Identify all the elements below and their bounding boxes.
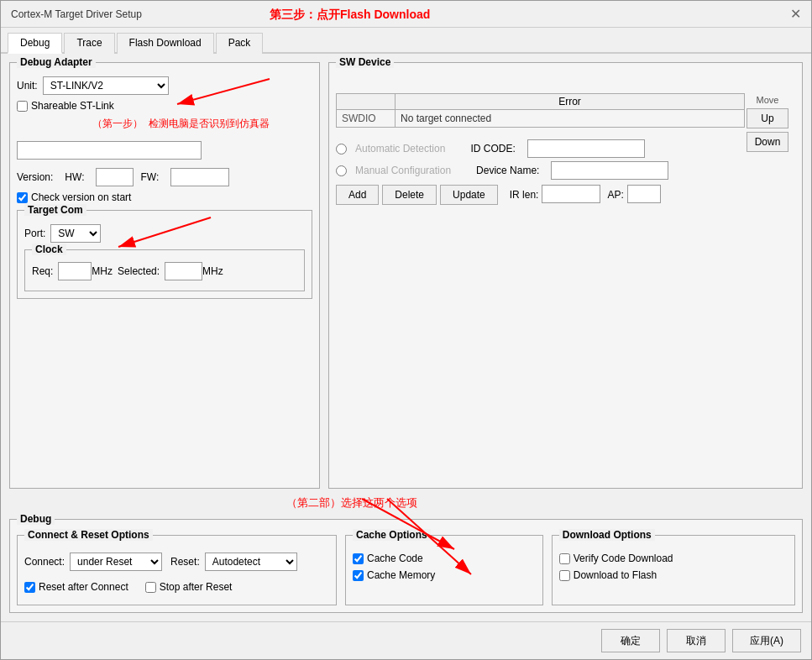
target-com-title: Target Com <box>24 204 86 216</box>
target-com-box: Target Com Port: SW JTAG Clock Req: <box>17 210 312 299</box>
cache-options-title: Cache Options <box>353 529 431 541</box>
cache-memory-label: Cache Memory <box>367 569 435 581</box>
req-input[interactable]: 10 <box>58 262 92 280</box>
connect-reset-group: Connect & Reset Options Connect: under R… <box>17 535 337 605</box>
detection-row: Automatic Detection ID CODE: <box>336 139 795 158</box>
unit-select[interactable]: ST-LINK/V2 <box>43 76 169 95</box>
selected-label: Selected: <box>118 265 160 277</box>
stop-after-label: Stop after Reset <box>160 581 233 593</box>
annotation-step1-container: （第一步） 检测电脑是否识别到仿真器 <box>17 117 312 131</box>
check-version-checkbox[interactable] <box>17 192 28 203</box>
mhz-label2: MHz <box>202 265 223 277</box>
add-button[interactable]: Add <box>336 185 379 205</box>
verify-checkbox[interactable] <box>559 553 570 564</box>
auto-detection-label: Automatic Detection <box>355 143 445 155</box>
port-row: Port: SW JTAG <box>24 224 305 243</box>
hw-value-input[interactable]: V2 <box>96 168 134 186</box>
auto-detection-radio[interactable] <box>336 144 347 155</box>
annotation-detect-text: 检测电脑是否识别到仿真器 <box>149 118 270 129</box>
fw-value-input[interactable]: V2J35S7 <box>170 168 229 186</box>
swdio-header <box>337 94 396 110</box>
reset-after-checkbox[interactable] <box>24 582 35 593</box>
sw-device-table: Error SWDIO No target connected <box>336 93 745 128</box>
reset-label: Reset: <box>170 556 200 568</box>
ap-label: AP: <box>607 185 623 205</box>
close-button[interactable]: ✕ <box>790 6 801 22</box>
bottom-title: Debug <box>17 513 55 525</box>
apply-button[interactable]: 应用(A) <box>732 629 801 652</box>
sw-table-row: Error SWDIO No target connected <box>336 81 795 133</box>
shareable-label: Shareable ST-Link <box>31 100 114 112</box>
move-label: Move <box>747 95 788 105</box>
annotation-step3: 第三步：点开Flash Download <box>270 8 430 23</box>
sw-device-inner: Error SWDIO No target connected <box>336 81 795 205</box>
tab-debug[interactable]: Debug <box>8 33 62 54</box>
cache-code-row: Cache Code <box>353 553 536 564</box>
window: Cortex-M Target Driver Setup 第三步：点开Flash… <box>0 0 812 660</box>
download-flash-checkbox[interactable] <box>559 570 570 581</box>
tab-flash-download[interactable]: Flash Download <box>117 33 214 54</box>
req-label: Req: <box>32 265 53 277</box>
clock-title: Clock <box>32 244 66 255</box>
download-flash-label: Download to Flash <box>574 569 657 581</box>
sw-table-container: Error SWDIO No target connected <box>336 81 745 133</box>
swdio-cell: SWDIO <box>337 110 396 128</box>
annotation-step1-text: （第一步） <box>92 118 143 129</box>
tab-bar: Debug Trace Flash Download Pack <box>1 28 811 54</box>
ap-input[interactable]: 0 <box>627 185 661 203</box>
main-content: Debug Adapter Unit: ST-LINK/V2 Shareable… <box>1 54 811 621</box>
move-buttons: Move Up Down <box>747 95 788 152</box>
annotation-step2-container: （第二部）选择这两个选项 <box>9 495 803 512</box>
footer: 确定 取消 应用(A) <box>1 621 811 659</box>
debug-adapter-title: Debug Adapter <box>17 56 96 68</box>
reset-after-label: Reset after Connect <box>39 581 128 593</box>
tab-trace[interactable]: Trace <box>64 33 114 54</box>
annotation-step2-text: （第二部）选择这两个选项 <box>286 495 417 511</box>
reset-checkboxes: Reset after Connect Stop after Reset <box>24 576 329 598</box>
update-button[interactable]: Update <box>440 185 498 205</box>
serial-row: 38FF700634463930029082157 <box>17 138 312 163</box>
selected-input[interactable]: 0 <box>165 262 202 280</box>
id-code-input[interactable] <box>527 139 645 158</box>
reset-select[interactable]: Autodetect SYSRESETREQ VECTRESET <box>205 553 297 571</box>
bottom-inner: Connect & Reset Options Connect: under R… <box>17 535 795 605</box>
error-header: Error <box>396 94 745 110</box>
mhz-label1: MHz <box>92 265 113 277</box>
verify-row: Verify Code Download <box>559 553 788 564</box>
up-button[interactable]: Up <box>747 108 788 128</box>
unit-label: Unit: <box>17 80 38 92</box>
ir-len-input[interactable] <box>542 185 600 203</box>
cache-code-label: Cache Code <box>367 553 423 564</box>
manual-config-radio[interactable] <box>336 165 347 176</box>
down-button[interactable]: Down <box>747 132 788 152</box>
sw-table-row-data: SWDIO No target connected <box>337 110 745 128</box>
verify-label: Verify Code Download <box>574 553 673 564</box>
ok-button[interactable]: 确定 <box>601 629 660 652</box>
check-version-row: Check version on start <box>17 191 312 203</box>
cancel-button[interactable]: 取消 <box>667 629 726 652</box>
shareable-checkbox[interactable] <box>17 101 28 112</box>
window-title: Cortex-M Target Driver Setup <box>11 8 142 20</box>
cache-memory-checkbox[interactable] <box>353 570 364 581</box>
title-bar: Cortex-M Target Driver Setup 第三步：点开Flash… <box>1 1 811 28</box>
connect-select[interactable]: under Reset Normal with Pre-reset <box>70 553 162 571</box>
serial-input[interactable]: 38FF700634463930029082157 <box>17 141 202 160</box>
delete-button[interactable]: Delete <box>382 185 437 205</box>
target-com-group: Target Com Port: SW JTAG Clock Req: <box>17 210 312 299</box>
download-options-group: Download Options Verify Code Download Do… <box>552 535 795 605</box>
top-panels: Debug Adapter Unit: ST-LINK/V2 Shareable… <box>9 62 803 489</box>
device-name-input[interactable] <box>551 161 668 180</box>
device-name-label: Device Name: <box>476 165 539 176</box>
cache-code-checkbox[interactable] <box>353 553 364 564</box>
download-options-title: Download Options <box>559 529 655 541</box>
version-label: Version: <box>17 171 53 183</box>
action-buttons: Add Delete Update IR len: AP: 0 <box>336 185 795 205</box>
sw-device-group: SW Device Error <box>328 62 803 489</box>
connect-reset-title: Connect & Reset Options <box>24 529 153 541</box>
download-flash-row: Download to Flash <box>559 569 788 581</box>
version-row: Version: HW: V2 FW: V2J35S7 <box>17 168 312 186</box>
tab-pack[interactable]: Pack <box>216 33 264 54</box>
stop-after-row: Stop after Reset <box>145 581 233 593</box>
port-select[interactable]: SW JTAG <box>50 224 101 243</box>
stop-after-checkbox[interactable] <box>145 582 156 593</box>
